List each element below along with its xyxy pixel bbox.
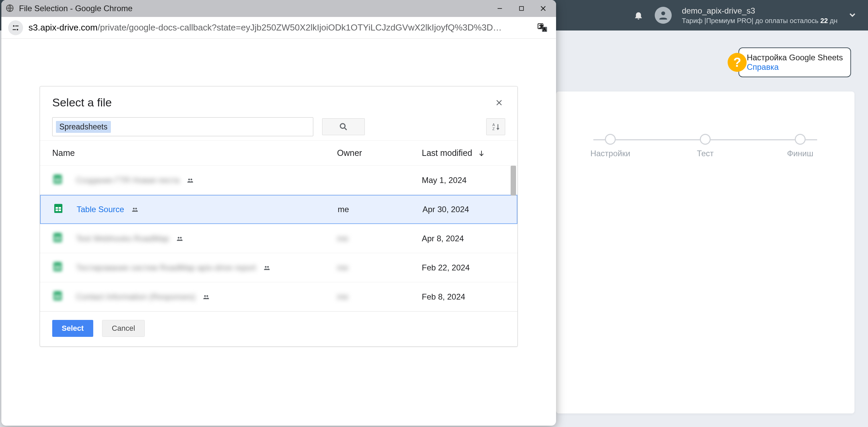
svg-point-0 [661, 12, 665, 15]
select-button[interactable]: Select [52, 320, 93, 337]
file-name: Тестирование систем RoadMap apix-drive r… [76, 263, 337, 272]
svg-point-25 [188, 179, 190, 180]
picker-title: Select a file [52, 96, 112, 109]
file-name: Test Webhooks RoadMap [76, 234, 337, 243]
file-modified: Feb 8, 2024 [422, 292, 505, 302]
file-modified: May 1, 2024 [422, 176, 505, 185]
window-title: File Selection - Google Chrome [19, 4, 487, 13]
svg-point-38 [180, 237, 182, 239]
minimize-button[interactable] [491, 0, 509, 17]
site-settings-icon[interactable] [8, 20, 23, 35]
titlebar: File Selection - Google Chrome [1, 0, 556, 17]
svg-text:文: 文 [539, 24, 544, 29]
file-row[interactable]: Тестирование систем RoadMap apix-drive r… [40, 253, 517, 282]
file-list: Создание ГTR Новая пестаMay 1, 2024Table… [40, 166, 517, 311]
svg-point-49 [204, 295, 206, 297]
file-row[interactable]: Создание ГTR Новая пестаMay 1, 2024 [40, 166, 517, 195]
file-row[interactable]: Test Webhooks RoadMapmeApr 8, 2024 [40, 224, 517, 253]
sheets-icon [52, 261, 76, 274]
bell-icon[interactable] [632, 9, 645, 21]
svg-rect-7 [15, 25, 19, 26]
file-owner: me [338, 205, 422, 214]
file-owner: me [337, 263, 422, 272]
user-name: demo_apix-drive_s3 [682, 6, 837, 16]
svg-text:A: A [543, 27, 546, 32]
scrollbar-thumb[interactable] [511, 166, 516, 196]
close-window-button[interactable] [534, 0, 552, 17]
cancel-button[interactable]: Cancel [102, 320, 145, 337]
file-modified: Apr 8, 2024 [422, 234, 505, 243]
svg-point-8 [17, 29, 18, 30]
search-button[interactable] [322, 118, 365, 135]
step-settings: Настройки [587, 134, 634, 158]
file-name: Contact Information (Responses) [76, 292, 337, 302]
address-bar: s3.apix-drive.com/private/google-docs-ca… [1, 17, 556, 39]
svg-point-43 [265, 266, 267, 268]
column-headers: Name Owner Last modified [40, 140, 517, 166]
svg-point-32 [135, 208, 137, 209]
translate-icon[interactable]: 文A [536, 21, 549, 35]
stepper: Настройки Тест Финиш [587, 134, 824, 161]
help-title: Настройка Google Sheets [747, 53, 843, 62]
tariff-line: Тариф |Премиум PRO| до оплаты осталось 2… [682, 17, 837, 25]
avatar[interactable] [655, 7, 672, 24]
svg-point-26 [191, 179, 192, 180]
help-badge-icon: ? [728, 53, 747, 72]
svg-point-37 [178, 237, 180, 239]
sheets-icon [52, 290, 76, 303]
sheets-icon [52, 174, 76, 187]
svg-point-31 [133, 208, 135, 209]
file-row[interactable]: Contact Information (Responses)meFeb 8, … [40, 282, 517, 311]
col-owner[interactable]: Owner [337, 148, 422, 158]
svg-point-16 [340, 124, 345, 128]
file-modified: Apr 30, 2024 [422, 205, 505, 214]
sheets-icon [53, 203, 77, 216]
svg-point-6 [13, 25, 14, 26]
sort-a-z-button[interactable]: AZ [486, 118, 505, 135]
help-link[interactable]: Справка [747, 62, 843, 72]
svg-point-50 [206, 295, 208, 297]
col-name[interactable]: Name [52, 148, 337, 158]
svg-point-44 [267, 266, 269, 268]
file-row[interactable]: Table SourcemeApr 30, 2024 [40, 195, 517, 224]
col-modified[interactable]: Last modified [422, 148, 505, 158]
user-block: demo_apix-drive_s3 Тариф |Премиум PRO| д… [682, 6, 837, 25]
sheets-icon [52, 232, 76, 245]
svg-rect-9 [13, 29, 16, 30]
sort-desc-icon [478, 149, 485, 157]
svg-rect-3 [519, 6, 524, 11]
search-input[interactable]: Spreadsheets [52, 117, 313, 136]
file-owner: me [337, 292, 422, 302]
globe-icon [5, 4, 15, 13]
svg-text:A: A [492, 123, 495, 127]
file-owner: me [337, 234, 422, 243]
help-callout: ? Настройка Google Sheets Справка [738, 47, 851, 77]
step-test: Тест [682, 134, 729, 158]
google-picker: Select a file Spreadsheets AZ Name [40, 86, 518, 347]
maximize-button[interactable] [513, 0, 530, 17]
file-name: Создание ГTR Новая песта [76, 176, 337, 185]
chevron-down-icon[interactable] [848, 10, 858, 20]
url-text[interactable]: s3.apix-drive.com/private/google-docs-ca… [28, 22, 530, 33]
step-finish: Финиш [776, 134, 824, 158]
svg-text:Z: Z [492, 127, 495, 131]
svg-line-17 [345, 128, 347, 130]
popup-window: File Selection - Google Chrome s3.apix-d… [1, 0, 556, 426]
close-icon[interactable] [493, 97, 505, 109]
filter-chip[interactable]: Spreadsheets [56, 121, 111, 133]
file-modified: Feb 22, 2024 [422, 263, 505, 272]
file-name: Table Source [77, 205, 338, 214]
